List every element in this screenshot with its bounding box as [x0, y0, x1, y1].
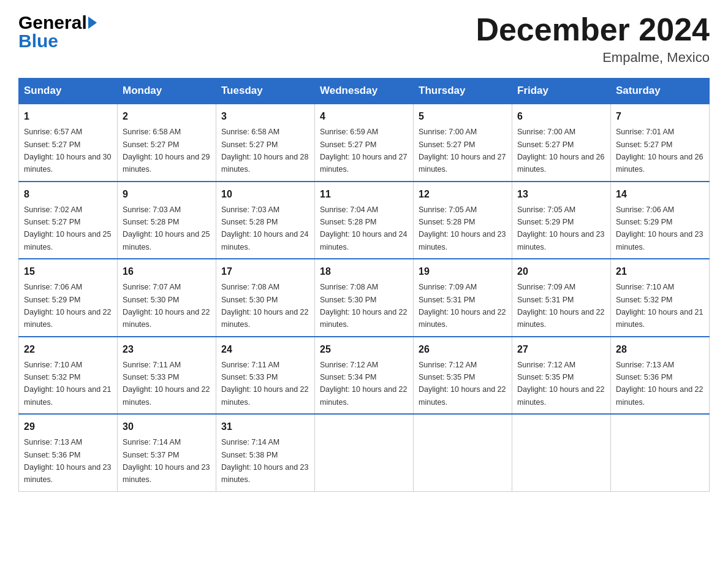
day-info: Sunrise: 7:14 AMSunset: 5:38 PMDaylight:…: [221, 438, 308, 484]
day-number: 14: [616, 187, 704, 202]
calendar-cell: 27 Sunrise: 7:12 AMSunset: 5:35 PMDaylig…: [512, 337, 611, 415]
calendar-cell: 31 Sunrise: 7:14 AMSunset: 5:38 PMDaylig…: [216, 414, 315, 491]
day-number: 12: [419, 187, 507, 202]
week-row-1: 1 Sunrise: 6:57 AMSunset: 5:27 PMDayligh…: [19, 104, 710, 182]
day-info: Sunrise: 7:01 AMSunset: 5:27 PMDaylight:…: [616, 128, 703, 174]
header-thursday: Thursday: [414, 79, 512, 104]
day-info: Sunrise: 7:09 AMSunset: 5:31 PMDaylight:…: [419, 283, 506, 329]
week-row-2: 8 Sunrise: 7:02 AMSunset: 5:27 PMDayligh…: [19, 182, 710, 259]
calendar-cell: [414, 414, 512, 491]
day-number: 30: [123, 419, 211, 434]
day-number: 20: [517, 264, 605, 279]
calendar-cell: 18 Sunrise: 7:08 AMSunset: 5:30 PMDaylig…: [315, 259, 414, 337]
calendar-cell: [611, 414, 710, 491]
day-number: 19: [419, 264, 507, 279]
header-monday: Monday: [118, 79, 216, 104]
header-sunday: Sunday: [19, 79, 118, 104]
calendar-cell: 6 Sunrise: 7:00 AMSunset: 5:27 PMDayligh…: [512, 104, 611, 182]
calendar-cell: [512, 414, 611, 491]
day-number: 23: [123, 342, 211, 357]
week-row-3: 15 Sunrise: 7:06 AMSunset: 5:29 PMDaylig…: [19, 259, 710, 337]
day-info: Sunrise: 7:03 AMSunset: 5:28 PMDaylight:…: [221, 205, 308, 251]
day-number: 13: [517, 187, 605, 202]
day-number: 31: [221, 419, 309, 434]
calendar-cell: 11 Sunrise: 7:04 AMSunset: 5:28 PMDaylig…: [315, 182, 414, 259]
day-number: 17: [221, 264, 309, 279]
calendar-cell: 23 Sunrise: 7:11 AMSunset: 5:33 PMDaylig…: [118, 337, 216, 415]
day-info: Sunrise: 7:00 AMSunset: 5:27 PMDaylight:…: [419, 128, 506, 174]
header-saturday: Saturday: [611, 79, 710, 104]
day-info: Sunrise: 7:12 AMSunset: 5:34 PMDaylight:…: [320, 361, 407, 407]
calendar-cell: 5 Sunrise: 7:00 AMSunset: 5:27 PMDayligh…: [414, 104, 512, 182]
day-number: 8: [24, 187, 112, 202]
calendar-table: SundayMondayTuesdayWednesdayThursdayFrid…: [18, 78, 710, 492]
calendar-cell: 30 Sunrise: 7:14 AMSunset: 5:37 PMDaylig…: [118, 414, 216, 491]
calendar-cell: 4 Sunrise: 6:59 AMSunset: 5:27 PMDayligh…: [315, 104, 414, 182]
logo-general-text: General: [18, 12, 87, 33]
day-info: Sunrise: 7:12 AMSunset: 5:35 PMDaylight:…: [419, 361, 506, 407]
calendar-cell: 24 Sunrise: 7:11 AMSunset: 5:33 PMDaylig…: [216, 337, 315, 415]
logo-blue-text: Blue: [18, 31, 58, 52]
calendar-cell: 17 Sunrise: 7:08 AMSunset: 5:30 PMDaylig…: [216, 259, 315, 337]
day-number: 29: [24, 419, 112, 434]
calendar-cell: 16 Sunrise: 7:07 AMSunset: 5:30 PMDaylig…: [118, 259, 216, 337]
day-number: 21: [616, 264, 704, 279]
day-number: 24: [221, 342, 309, 357]
logo-arrow-icon: [88, 17, 97, 29]
page-header: General Blue December 2024 Empalme, Mexi…: [18, 12, 710, 66]
day-info: Sunrise: 7:08 AMSunset: 5:30 PMDaylight:…: [221, 283, 308, 329]
calendar-cell: 13 Sunrise: 7:05 AMSunset: 5:29 PMDaylig…: [512, 182, 611, 259]
calendar-cell: 22 Sunrise: 7:10 AMSunset: 5:32 PMDaylig…: [19, 337, 118, 415]
day-number: 15: [24, 264, 112, 279]
day-info: Sunrise: 7:09 AMSunset: 5:31 PMDaylight:…: [517, 283, 604, 329]
day-number: 16: [123, 264, 211, 279]
day-number: 2: [123, 109, 211, 124]
day-number: 22: [24, 342, 112, 357]
day-info: Sunrise: 7:13 AMSunset: 5:36 PMDaylight:…: [616, 361, 703, 407]
header-wednesday: Wednesday: [315, 79, 414, 104]
header-row: SundayMondayTuesdayWednesdayThursdayFrid…: [19, 79, 710, 104]
day-info: Sunrise: 7:08 AMSunset: 5:30 PMDaylight:…: [320, 283, 407, 329]
day-number: 5: [419, 109, 507, 124]
calendar-cell: 21 Sunrise: 7:10 AMSunset: 5:32 PMDaylig…: [611, 259, 710, 337]
day-info: Sunrise: 7:11 AMSunset: 5:33 PMDaylight:…: [123, 361, 210, 407]
day-number: 1: [24, 109, 112, 124]
calendar-cell: 8 Sunrise: 7:02 AMSunset: 5:27 PMDayligh…: [19, 182, 118, 259]
calendar-cell: [315, 414, 414, 491]
calendar-header: SundayMondayTuesdayWednesdayThursdayFrid…: [19, 79, 710, 104]
header-friday: Friday: [512, 79, 611, 104]
calendar-cell: 7 Sunrise: 7:01 AMSunset: 5:27 PMDayligh…: [611, 104, 710, 182]
calendar-cell: 14 Sunrise: 7:06 AMSunset: 5:29 PMDaylig…: [611, 182, 710, 259]
calendar-cell: 3 Sunrise: 6:58 AMSunset: 5:27 PMDayligh…: [216, 104, 315, 182]
day-number: 11: [320, 187, 408, 202]
day-info: Sunrise: 6:58 AMSunset: 5:27 PMDaylight:…: [221, 128, 308, 174]
day-info: Sunrise: 7:00 AMSunset: 5:27 PMDaylight:…: [517, 128, 604, 174]
day-info: Sunrise: 7:10 AMSunset: 5:32 PMDaylight:…: [24, 361, 111, 407]
logo-line1: General: [18, 12, 97, 33]
day-info: Sunrise: 7:05 AMSunset: 5:28 PMDaylight:…: [419, 205, 506, 251]
day-number: 28: [616, 342, 704, 357]
day-info: Sunrise: 7:10 AMSunset: 5:32 PMDaylight:…: [616, 283, 703, 329]
day-number: 7: [616, 109, 704, 124]
day-number: 3: [221, 109, 309, 124]
calendar-cell: 29 Sunrise: 7:13 AMSunset: 5:36 PMDaylig…: [19, 414, 118, 491]
calendar-cell: 10 Sunrise: 7:03 AMSunset: 5:28 PMDaylig…: [216, 182, 315, 259]
month-title: December 2024: [476, 12, 710, 47]
day-info: Sunrise: 7:07 AMSunset: 5:30 PMDaylight:…: [123, 283, 210, 329]
day-info: Sunrise: 7:06 AMSunset: 5:29 PMDaylight:…: [24, 283, 111, 329]
logo: General Blue: [18, 12, 97, 52]
day-info: Sunrise: 6:58 AMSunset: 5:27 PMDaylight:…: [123, 128, 210, 174]
day-info: Sunrise: 7:02 AMSunset: 5:27 PMDaylight:…: [24, 205, 111, 251]
calendar-cell: 12 Sunrise: 7:05 AMSunset: 5:28 PMDaylig…: [414, 182, 512, 259]
day-info: Sunrise: 7:06 AMSunset: 5:29 PMDaylight:…: [616, 205, 703, 251]
header-tuesday: Tuesday: [216, 79, 315, 104]
week-row-5: 29 Sunrise: 7:13 AMSunset: 5:36 PMDaylig…: [19, 414, 710, 491]
location-text: Empalme, Mexico: [476, 50, 710, 66]
day-info: Sunrise: 7:13 AMSunset: 5:36 PMDaylight:…: [24, 438, 111, 484]
calendar-cell: 9 Sunrise: 7:03 AMSunset: 5:28 PMDayligh…: [118, 182, 216, 259]
day-info: Sunrise: 7:14 AMSunset: 5:37 PMDaylight:…: [123, 438, 210, 484]
day-info: Sunrise: 7:12 AMSunset: 5:35 PMDaylight:…: [517, 361, 604, 407]
calendar-cell: 26 Sunrise: 7:12 AMSunset: 5:35 PMDaylig…: [414, 337, 512, 415]
calendar-cell: 28 Sunrise: 7:13 AMSunset: 5:36 PMDaylig…: [611, 337, 710, 415]
day-number: 6: [517, 109, 605, 124]
